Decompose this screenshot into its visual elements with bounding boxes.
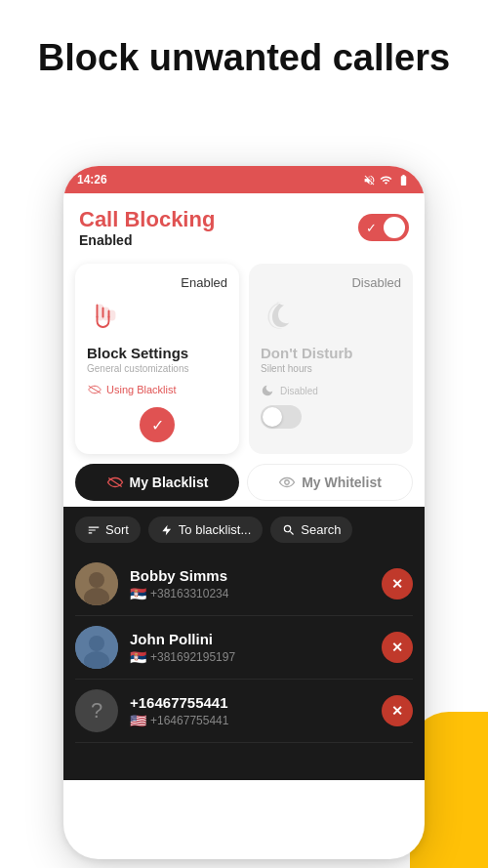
cards-row: Enabled Block Settings General customiza… xyxy=(63,258,425,464)
contact-item: ? +16467755441 🇺🇸 +16467755441 ✕ xyxy=(75,680,413,743)
status-time: 14:26 xyxy=(77,173,107,186)
moon-small-icon xyxy=(261,384,274,397)
battery-icon xyxy=(396,174,411,186)
dont-disturb-label: Disabled xyxy=(261,275,401,290)
app-title: Call Blocking xyxy=(79,207,215,232)
phone-number: +16467755441 xyxy=(150,714,228,727)
app-header-left: Call Blocking Enabled xyxy=(79,207,215,248)
toggle-check-icon: ✓ xyxy=(366,221,377,235)
dont-disturb-toggle[interactable] xyxy=(261,405,302,429)
contact-name: Bobby Simms xyxy=(130,567,370,584)
tab-whitelist[interactable]: My Whitelist xyxy=(247,464,413,501)
delete-button[interactable]: ✕ xyxy=(382,568,413,599)
contact-phone: 🇷🇸 +381692195197 xyxy=(130,649,370,665)
contact-info: Bobby Simms 🇷🇸 +38163310234 xyxy=(130,567,370,601)
block-settings-label: Enabled xyxy=(87,275,227,290)
sort-button[interactable]: Sort xyxy=(75,517,141,543)
contact-item: Bobby Simms 🇷🇸 +38163310234 ✕ xyxy=(75,553,413,616)
app-header: Call Blocking Enabled ✓ xyxy=(63,193,425,258)
search-button[interactable]: Search xyxy=(270,517,352,543)
phone-mockup: 14:26 Call Blocking Enabled xyxy=(63,166,425,859)
block-settings-card[interactable]: Enabled Block Settings General customiza… xyxy=(75,264,239,454)
delete-button[interactable]: ✕ xyxy=(382,632,413,663)
dont-disturb-name: Don't Disturb xyxy=(261,345,401,361)
status-icons xyxy=(363,174,411,186)
block-settings-bottom: Using Blacklist xyxy=(87,384,227,395)
toggle-knob xyxy=(384,217,405,238)
tab-whitelist-label: My Whitelist xyxy=(302,475,382,490)
delete-button[interactable]: ✕ xyxy=(382,695,413,726)
app-subtitle: Enabled xyxy=(79,232,215,248)
disabled-status-label: Disabled xyxy=(280,386,318,396)
small-toggle-knob xyxy=(263,407,282,427)
blacklist-icon xyxy=(87,385,102,394)
block-settings-name: Block Settings xyxy=(87,345,227,361)
dont-disturb-desc: Silent hours xyxy=(261,363,401,374)
sort-icon xyxy=(87,523,101,537)
list-section: Sort To blacklist... Search xyxy=(63,507,425,780)
contact-info: +16467755441 🇺🇸 +16467755441 xyxy=(130,694,370,728)
phone-number: +381692195197 xyxy=(150,650,235,664)
search-icon xyxy=(282,523,296,537)
blacklist-add-icon xyxy=(160,523,174,537)
contact-phone: 🇷🇸 +38163310234 xyxy=(130,586,370,601)
hero-section: Block unwanted callers xyxy=(0,0,488,100)
mute-icon xyxy=(363,174,376,186)
contact-name: John Pollini xyxy=(130,631,370,647)
contact-list: Bobby Simms 🇷🇸 +38163310234 ✕ xyxy=(63,553,425,743)
avatar xyxy=(75,562,118,605)
tab-blacklist[interactable]: My Blacklist xyxy=(75,464,239,501)
phone-screen: 14:26 Call Blocking Enabled xyxy=(63,166,425,859)
dont-disturb-card[interactable]: Disabled Don't Disturb Silent hours Disa… xyxy=(249,264,413,454)
wifi-icon xyxy=(380,174,392,186)
contact-name: +16467755441 xyxy=(130,694,370,711)
moon-icon xyxy=(261,298,296,333)
tab-bar: My Blacklist My Whitelist xyxy=(75,464,413,501)
contact-phone: 🇺🇸 +16467755441 xyxy=(130,713,370,728)
sort-label: Sort xyxy=(105,522,129,537)
hero-title: Block unwanted callers xyxy=(20,37,468,80)
phone-number: +38163310234 xyxy=(150,587,228,600)
blacklist-tab-icon xyxy=(106,476,124,488)
to-blacklist-button[interactable]: To blacklist... xyxy=(148,517,263,543)
search-label: Search xyxy=(301,522,341,537)
using-blacklist-label: Using Blacklist xyxy=(106,384,177,395)
avatar xyxy=(75,626,118,669)
using-blacklist: Using Blacklist xyxy=(87,384,177,395)
flag-icon: 🇺🇸 xyxy=(130,713,146,728)
hand-stop-icon xyxy=(87,298,122,333)
avatar-image xyxy=(75,562,118,605)
main-toggle[interactable]: ✓ xyxy=(358,214,409,241)
block-settings-desc: General customizations xyxy=(87,363,227,374)
contact-item: John Pollini 🇷🇸 +381692195197 ✕ xyxy=(75,616,413,680)
avatar: ? xyxy=(75,689,118,732)
blacklist-label: To blacklist... xyxy=(179,522,251,537)
whitelist-tab-icon xyxy=(278,476,296,488)
flag-icon: 🇷🇸 xyxy=(130,586,146,601)
filter-bar: Sort To blacklist... Search xyxy=(63,507,425,553)
avatar-image xyxy=(75,626,118,669)
status-bar: 14:26 xyxy=(63,166,425,193)
svg-point-13 xyxy=(89,636,104,651)
svg-point-10 xyxy=(89,572,104,588)
tab-blacklist-label: My Blacklist xyxy=(130,475,209,490)
block-settings-check-btn[interactable]: ✓ xyxy=(140,407,175,442)
contact-info: John Pollini 🇷🇸 +381692195197 xyxy=(130,631,370,665)
svg-point-8 xyxy=(285,480,290,485)
flag-icon: 🇷🇸 xyxy=(130,649,146,665)
